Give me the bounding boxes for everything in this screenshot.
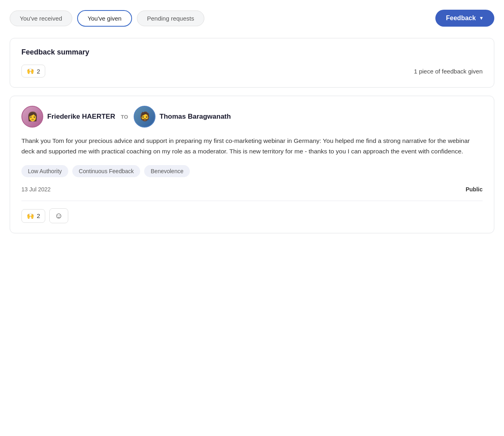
add-reaction-button[interactable]: ☺ (49, 208, 68, 223)
feedback-tags: Low Authority Continuous Feedback Benevo… (21, 165, 483, 177)
summary-row: 🙌 2 1 piece of feedback given (21, 65, 483, 78)
tag-low-authority[interactable]: Low Authority (21, 165, 68, 177)
to-label: TO (119, 114, 130, 120)
chevron-down-icon: ▼ (479, 15, 484, 21)
feedback-header: 👩 Friederike HAERTER TO 🧔 Thomas Baragwa… (21, 106, 483, 128)
feedback-given-count: 1 piece of feedback given (414, 68, 483, 75)
existing-reaction-button[interactable]: 🙌 2 (21, 209, 45, 223)
feedback-body-text: Thank you Tom for your precious advice a… (21, 136, 483, 156)
tab-received[interactable]: You've received (10, 10, 72, 26)
tab-given[interactable]: You've given (77, 10, 132, 27)
recipient-name: Thomas Baragwanath (160, 113, 231, 121)
sender-name: Friederike HAERTER (47, 113, 115, 121)
sender-avatar-face: 👩 (27, 111, 38, 122)
visibility-label: Public (466, 186, 483, 193)
reaction-number: 2 (37, 68, 40, 75)
feedback-meta-row: 13 Jul 2022 Public (21, 186, 483, 201)
smiley-icon: ☺ (55, 211, 63, 220)
reaction-row: 🙌 2 ☺ (21, 201, 483, 223)
feedback-date: 13 Jul 2022 (21, 186, 50, 193)
tab-pending[interactable]: Pending requests (137, 10, 204, 26)
feedback-card: 👩 Friederike HAERTER TO 🧔 Thomas Baragwa… (10, 96, 494, 233)
tag-benevolence[interactable]: Benevolence (144, 165, 190, 177)
sender-avatar: 👩 (21, 106, 43, 128)
recipient-avatar-face: 🧔 (139, 111, 150, 122)
top-navigation: You've received You've given Pending req… (10, 10, 494, 27)
feedback-button-label: Feedback (446, 15, 476, 22)
reaction-count-badge[interactable]: 🙌 2 (21, 65, 45, 78)
reaction-emoji: 🙌 (27, 67, 34, 75)
feedback-summary-card: Feedback summary 🙌 2 1 piece of feedback… (10, 38, 494, 88)
summary-title: Feedback summary (21, 48, 483, 57)
recipient-avatar: 🧔 (134, 106, 155, 128)
tag-continuous-feedback[interactable]: Continuous Feedback (72, 165, 140, 177)
reaction-count: 2 (37, 212, 40, 219)
feedback-dropdown-button[interactable]: Feedback ▼ (435, 10, 494, 27)
reaction-emoji-icon: 🙌 (27, 212, 34, 220)
